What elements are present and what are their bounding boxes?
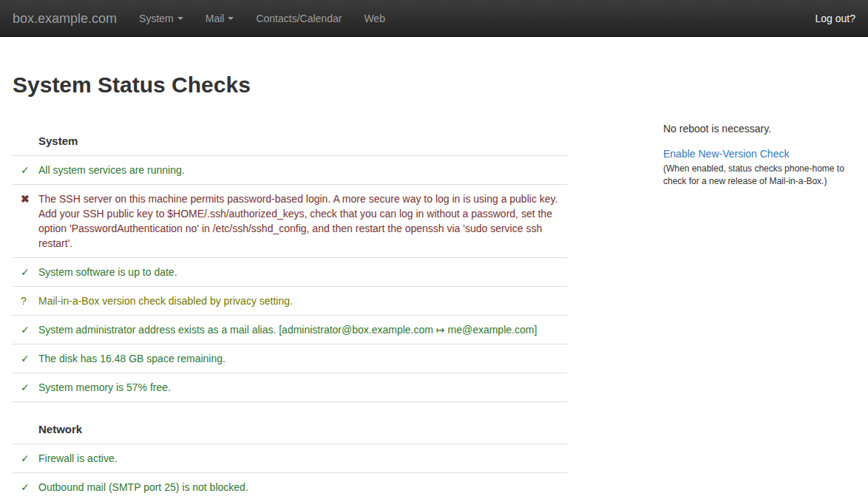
status-ok-icon: ✓ — [13, 265, 38, 279]
status-ok-icon: ✓ — [13, 380, 38, 395]
nav-item-contacts-calendar[interactable]: Contacts/Calendar — [245, 0, 353, 36]
status-check-row: ?Mail-in-a-Box version check disabled by… — [13, 287, 567, 316]
section-heading-network: Network — [13, 402, 567, 444]
status-check-text: System administrator address exists as a… — [38, 322, 567, 337]
sidebar: No reboot is necessary. Enable New-Versi… — [663, 117, 857, 188]
enable-version-check-link[interactable]: Enable New-Version Check — [663, 146, 789, 161]
status-check-text: System memory is 57% free. — [38, 380, 567, 395]
nav-item-label: Mail — [206, 11, 225, 26]
status-check-text: Outbound mail (SMTP port 25) is not bloc… — [38, 480, 567, 495]
status-check-text: The SSH server on this machine permits p… — [38, 191, 567, 251]
status-check-text: All system services are running. — [38, 163, 567, 177]
navbar: box.example.com SystemMailContacts/Calen… — [0, 0, 868, 37]
status-check-text: Mail-in-a-Box version check disabled by … — [38, 293, 567, 308]
status-ok-icon: ✓ — [13, 322, 38, 337]
page-title: System Status Checks — [13, 72, 855, 98]
version-check-note: (When enabled, status checks phone-home … — [663, 163, 857, 188]
section-heading-system: System — [13, 117, 567, 156]
status-check-row: ✓Outbound mail (SMTP port 25) is not blo… — [13, 473, 567, 499]
nav-item-mail[interactable]: Mail — [194, 0, 245, 36]
navbar-inner: box.example.com SystemMailContacts/Calen… — [1, 0, 867, 36]
logout-link[interactable]: Log out? — [816, 13, 856, 24]
navbar-brand[interactable]: box.example.com — [13, 11, 117, 26]
status-warning-icon: ? — [13, 293, 38, 308]
status-check-row: ✓System memory is 57% free. — [13, 373, 567, 402]
chevron-down-icon — [228, 17, 234, 20]
nav-item-label: Web — [364, 11, 385, 26]
status-ok-icon: ✓ — [13, 451, 38, 466]
nav-item-system[interactable]: System — [128, 0, 194, 36]
nav-item-web[interactable]: Web — [353, 0, 396, 36]
status-ok-icon: ✓ — [13, 351, 38, 366]
status-ok-icon: ✓ — [13, 480, 38, 495]
content-row: System✓All system services are running.✖… — [13, 117, 855, 499]
status-check-row: ✓System administrator address exists as … — [13, 316, 567, 344]
status-check-row: ✓All system services are running. — [13, 156, 567, 185]
status-check-row: ✓System software is up to date. — [13, 258, 567, 287]
page-container: System Status Checks System✓All system s… — [1, 72, 867, 499]
navbar-menu: SystemMailContacts/CalendarWeb — [128, 0, 396, 36]
status-check-row: ✖The SSH server on this machine permits … — [13, 185, 567, 258]
status-check-text: The disk has 16.48 GB space remaining. — [38, 351, 567, 366]
status-error-icon: ✖ — [13, 191, 38, 251]
chevron-down-icon — [177, 17, 183, 20]
nav-item-label: Contacts/Calendar — [256, 11, 342, 26]
status-check-text: System software is up to date. — [38, 265, 567, 279]
status-check-row: ✓The disk has 16.48 GB space remaining. — [13, 344, 567, 373]
status-check-text: Firewall is active. — [38, 451, 567, 466]
nav-item-label: System — [139, 11, 174, 26]
reboot-status-text: No reboot is necessary. — [663, 121, 857, 136]
status-ok-icon: ✓ — [13, 163, 38, 177]
status-checks-table: System✓All system services are running.✖… — [13, 117, 567, 499]
status-check-row: ✓Firewall is active. — [13, 444, 567, 473]
